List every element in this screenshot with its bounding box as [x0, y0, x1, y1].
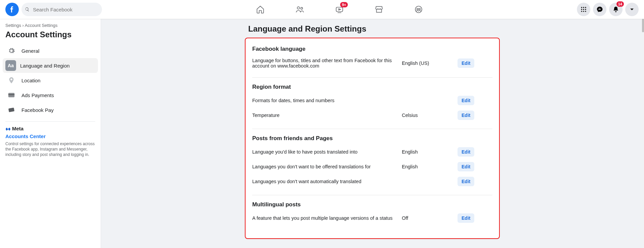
- top-nav: 9+ 14: [0, 0, 644, 19]
- section-multilingual-posts: Multilingual posts A feature that lets y…: [252, 195, 492, 232]
- nav-center: 9+: [242, 0, 437, 19]
- settings-card: Facebook language Language for buttons, …: [245, 38, 500, 239]
- scrollbar-thumb[interactable]: [642, 19, 644, 32]
- breadcrumb: Settings › Account Settings: [3, 23, 98, 30]
- facebook-f-icon: [8, 5, 16, 13]
- gear-icon: [5, 45, 17, 57]
- svg-rect-17: [8, 108, 14, 112]
- edit-button[interactable]: Edit: [458, 58, 474, 68]
- setting-row: Language you'd like to have posts transl…: [252, 144, 492, 159]
- setting-value: English: [402, 164, 452, 169]
- sidebar-item-ads-payments[interactable]: Ads Payments: [3, 88, 98, 102]
- bell-icon: [612, 6, 619, 13]
- edit-button[interactable]: Edit: [458, 213, 474, 223]
- setting-value: English (US): [402, 60, 452, 66]
- svg-point-10: [583, 9, 584, 10]
- marketplace-icon: [375, 5, 383, 14]
- language-aa-icon: Aa: [5, 60, 16, 71]
- tab-marketplace[interactable]: [361, 0, 397, 19]
- setting-description: Temperature: [252, 113, 396, 118]
- main-content: Language and Region Settings Facebook la…: [101, 19, 644, 248]
- edit-button[interactable]: Edit: [458, 147, 474, 157]
- svg-point-6: [581, 7, 582, 8]
- search-box[interactable]: [21, 3, 102, 16]
- edit-button[interactable]: Edit: [458, 111, 474, 120]
- watch-badge: 9+: [340, 2, 348, 7]
- svg-rect-16: [8, 94, 14, 95]
- edit-button[interactable]: Edit: [458, 177, 474, 186]
- setting-description: Formats for dates, times and numbers: [252, 98, 396, 103]
- tab-groups[interactable]: [400, 0, 437, 19]
- sidebar-item-facebook-pay[interactable]: Facebook Pay: [3, 102, 98, 117]
- svg-point-14: [585, 11, 586, 12]
- svg-point-7: [583, 7, 584, 8]
- sidebar-title: Account Settings: [3, 30, 98, 43]
- svg-point-11: [585, 9, 586, 10]
- messenger-button[interactable]: [593, 3, 606, 16]
- breadcrumb-leaf: Account Settings: [25, 23, 58, 28]
- edit-button[interactable]: Edit: [458, 162, 474, 171]
- setting-row: Temperature Celsius Edit: [252, 108, 492, 123]
- section-heading: Posts from friends and Pages: [252, 135, 492, 142]
- sidebar-item-label: Facebook Pay: [21, 107, 54, 113]
- tab-watch[interactable]: 9+: [321, 0, 358, 19]
- setting-value: English: [402, 149, 452, 155]
- menu-button[interactable]: [577, 3, 590, 16]
- section-heading: Facebook language: [252, 46, 492, 52]
- meta-infinity-icon: [5, 126, 11, 131]
- page-heading: Language and Region Settings: [248, 24, 500, 34]
- setting-value: Off: [402, 215, 452, 221]
- page-body: Settings › Account Settings Account Sett…: [0, 0, 644, 248]
- section-region-format: Region format Formats for dates, times a…: [252, 77, 492, 129]
- friends-icon: [296, 5, 304, 14]
- pay-icon: [5, 104, 17, 116]
- sidebar-item-location[interactable]: Location: [3, 73, 98, 88]
- breadcrumb-sep: ›: [22, 23, 24, 28]
- setting-row: A feature that lets you post multiple la…: [252, 211, 492, 225]
- svg-point-13: [583, 11, 584, 12]
- sidebar-item-label: General: [21, 48, 39, 54]
- meta-accounts-block: Meta Accounts Center Control settings fo…: [3, 126, 98, 158]
- notifications-badge: 14: [616, 1, 624, 7]
- sidebar-divider: [5, 121, 95, 122]
- notifications-button[interactable]: 14: [609, 3, 623, 16]
- card-icon: [5, 89, 17, 101]
- settings-sidebar: Settings › Account Settings Account Sett…: [0, 19, 101, 248]
- section-heading: Region format: [252, 84, 492, 90]
- groups-icon: [414, 5, 423, 14]
- sidebar-item-general[interactable]: General: [3, 43, 98, 58]
- svg-point-4: [417, 8, 418, 10]
- setting-row: Languages you don't want to be offered t…: [252, 159, 492, 174]
- meta-brand-text: Meta: [12, 126, 23, 131]
- messenger-icon: [596, 6, 603, 13]
- apps-grid-icon: [580, 6, 587, 13]
- nav-right: 14: [577, 3, 639, 16]
- setting-description: A feature that lets you post multiple la…: [252, 215, 396, 221]
- setting-description: Language you'd like to have posts transl…: [252, 149, 396, 155]
- nav-left: [5, 3, 102, 16]
- sidebar-item-label: Ads Payments: [21, 92, 54, 98]
- accounts-center-link[interactable]: Accounts Center: [5, 133, 95, 139]
- search-icon: [25, 7, 30, 12]
- location-pin-icon: [5, 74, 17, 86]
- sidebar-item-language[interactable]: Aa Language and Region: [3, 58, 98, 73]
- tab-home[interactable]: [242, 0, 279, 19]
- search-input[interactable]: [32, 6, 99, 13]
- setting-row: Language for buttons, titles and other t…: [252, 55, 492, 71]
- section-heading: Multilingual posts: [252, 201, 492, 208]
- section-facebook-language: Facebook language Language for buttons, …: [252, 44, 492, 77]
- home-icon: [256, 5, 265, 14]
- svg-point-12: [581, 11, 582, 12]
- setting-description: Languages you don't want to be offered t…: [252, 164, 396, 169]
- tab-friends[interactable]: [281, 0, 318, 19]
- account-dropdown[interactable]: [625, 3, 639, 16]
- setting-row: Languages you don't want automatically t…: [252, 174, 492, 189]
- edit-button[interactable]: Edit: [458, 96, 474, 105]
- svg-point-1: [301, 7, 303, 9]
- section-posts-friends-pages: Posts from friends and Pages Language yo…: [252, 129, 492, 195]
- meta-logo: Meta: [5, 126, 95, 131]
- facebook-logo[interactable]: [5, 3, 19, 16]
- setting-description: Language for buttons, titles and other t…: [252, 58, 396, 69]
- svg-point-5: [419, 8, 420, 10]
- breadcrumb-root[interactable]: Settings: [5, 23, 21, 28]
